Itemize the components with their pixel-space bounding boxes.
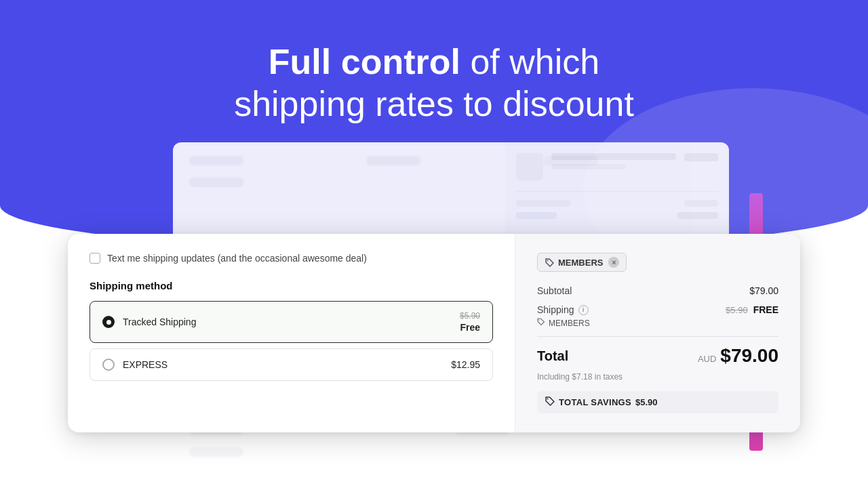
shipping-original-value: $5.90 — [726, 305, 748, 315]
hero-section: Full control of which shipping rates to … — [0, 41, 868, 125]
total-label: Total — [537, 348, 568, 364]
members-sub-icon — [537, 318, 545, 328]
total-row: Total AUD $79.00 — [537, 345, 778, 367]
express-price: $12.95 — [451, 359, 480, 370]
order-summary-section: MEMBERS × Subtotal $79.00 Shipping i $5.… — [515, 234, 800, 432]
shipping-options-list: Tracked Shipping $5.90 Free EXPRESS $12.… — [90, 301, 493, 381]
total-amount: $79.00 — [720, 345, 778, 367]
sms-row[interactable]: Text me shipping updates (and the occasi… — [90, 253, 493, 264]
svg-point-1 — [538, 319, 540, 321]
shipping-summary-label: Shipping i — [537, 304, 589, 315]
radio-tracked — [102, 316, 115, 328]
subtotal-label: Subtotal — [537, 285, 572, 296]
total-value-group: AUD $79.00 — [698, 345, 778, 367]
members-badge-label: MEMBERS — [558, 258, 603, 268]
tracked-original-price: $5.90 — [460, 311, 480, 321]
tax-note: Including $7.18 in taxes — [537, 372, 778, 382]
shipping-members-sub: MEMBERS — [537, 318, 778, 328]
shipping-free-badge: FREE — [753, 304, 778, 315]
shipping-row-inner: Shipping i $5.90 FREE — [537, 304, 778, 315]
savings-row: TOTAL SAVINGS $5.90 — [537, 391, 778, 413]
sms-label: Text me shipping updates (and the occasi… — [107, 253, 367, 264]
radio-express — [102, 359, 115, 371]
sms-checkbox[interactable] — [90, 253, 100, 264]
tracked-price: $5.90 Free — [460, 311, 480, 333]
savings-amount: $5.90 — [635, 397, 658, 407]
express-shipping-label: EXPRESS — [123, 359, 443, 370]
shipping-option-express[interactable]: EXPRESS $12.95 — [90, 348, 493, 381]
shipping-method-title: Shipping method — [90, 280, 493, 291]
currency-label: AUD — [698, 354, 716, 364]
tracked-shipping-label: Tracked Shipping — [123, 317, 452, 327]
subtotal-value: $79.00 — [749, 285, 778, 296]
express-price-value: $12.95 — [451, 359, 480, 370]
shipping-section: Text me shipping updates (and the occasi… — [68, 234, 515, 432]
svg-point-2 — [547, 399, 549, 400]
svg-point-0 — [547, 260, 548, 261]
hero-title: Full control of which shipping rates to … — [0, 41, 868, 125]
badge-close-button[interactable]: × — [608, 257, 619, 268]
members-badge[interactable]: MEMBERS × — [537, 253, 627, 272]
subtotal-row: Subtotal $79.00 — [537, 285, 778, 296]
savings-label: TOTAL SAVINGS — [559, 397, 631, 407]
radio-tracked-inner — [106, 320, 111, 325]
shipping-info-icon[interactable]: i — [578, 305, 589, 315]
shipping-row: Shipping i $5.90 FREE MEMBERS — [537, 304, 778, 328]
savings-icon — [545, 396, 555, 408]
divider — [537, 336, 778, 337]
shipping-option-tracked[interactable]: Tracked Shipping $5.90 Free — [90, 301, 493, 343]
main-checkout-card: Text me shipping updates (and the occasi… — [68, 234, 800, 432]
members-sub-label: MEMBERS — [549, 319, 590, 328]
tracked-free-price: Free — [460, 322, 480, 333]
shipping-value-group: $5.90 FREE — [726, 304, 778, 315]
tag-icon — [545, 258, 554, 267]
